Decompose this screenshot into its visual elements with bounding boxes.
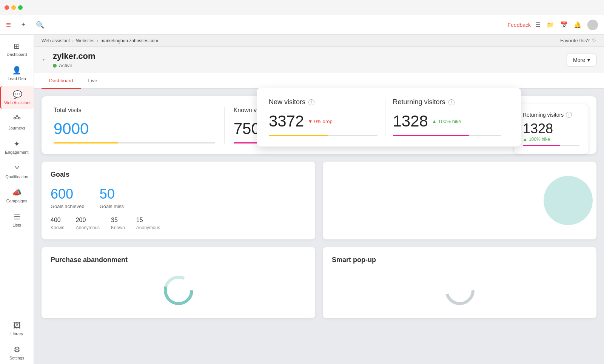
site-status: Active (53, 63, 96, 68)
returning-visitors-label: Returning visitors i (393, 98, 502, 106)
rv-change: 100% hike (523, 137, 579, 142)
nav-icons: ☰ 📁 📅 🔔 (535, 20, 598, 30)
breadcrumb-webassistant[interactable]: Web assistant (42, 38, 70, 43)
lists-icon: ☰ (14, 212, 20, 221)
folder-icon[interactable]: 📁 (547, 21, 554, 28)
chevron-down-icon: ▾ (587, 57, 590, 63)
floating-stats: New visitors i 3372 0% drop (269, 98, 509, 136)
rv-up-icon (523, 137, 527, 142)
more-button[interactable]: More ▾ (567, 54, 596, 66)
add-button[interactable]: + (18, 19, 29, 30)
returning-visitors-progress (393, 135, 502, 136)
tab-bar: Dashboard Live (34, 73, 604, 89)
status-label: Active (59, 63, 72, 68)
tab-live[interactable]: Live (81, 73, 105, 89)
feedback-link[interactable]: Feedback (508, 22, 531, 28)
sidebar: ⊞ Dashboard 👤 Lead Gen 💬 Web Assistant J… (0, 35, 34, 364)
site-title: zylker.com (53, 51, 96, 61)
engagement-icon: ✦ (14, 139, 20, 148)
sidebar-item-journeys[interactable]: Journeys (0, 110, 34, 134)
new-visitors-info-icon[interactable]: i (308, 99, 314, 105)
total-visits-value: 9000 (54, 120, 215, 138)
breadcrumb: Web assistant › Websites › marketinghub.… (34, 35, 604, 47)
visitors-chart-card (323, 162, 596, 239)
tab-dashboard[interactable]: Dashboard (42, 73, 81, 89)
minimize-button[interactable] (11, 5, 16, 10)
goals-card: Goals 600 Goals achieved 50 Goals miss (42, 162, 315, 239)
site-header: ← zylker.com Active More ▾ (34, 47, 604, 73)
rv-progress-fill (523, 145, 560, 146)
sidebar-item-qualification[interactable]: Qualification (0, 160, 34, 183)
library-icon: 🖼 (13, 321, 21, 330)
rv-info-icon[interactable]: i (566, 112, 572, 118)
dashboard-icon: ⊞ (14, 42, 20, 51)
total-visits-bar (54, 142, 118, 143)
sidebar-item-lists[interactable]: ☰ Lists (0, 208, 34, 231)
more-label: More (573, 57, 585, 63)
calendar-icon[interactable]: 📅 (560, 21, 568, 28)
returning-visitors-value: 1328 (393, 112, 428, 130)
breakdown-label: Anonymous (76, 225, 100, 230)
rv2-up-icon (432, 119, 437, 124)
sidebar-item-label: Dashboard (7, 52, 27, 57)
breakdown-15: 15 Anonymous (136, 217, 160, 230)
purchase-abandonment-chart (51, 271, 306, 309)
back-button[interactable]: ← (42, 56, 48, 64)
breakdown-200: 200 Anonymous (76, 217, 100, 230)
sidebar-item-dashboard[interactable]: ⊞ Dashboard (0, 38, 34, 60)
smart-popup-title: Smart pop-up (332, 256, 587, 264)
bottom-grid: Purchase abandonment Smart pop-up (42, 247, 596, 318)
qualification-icon (13, 163, 21, 173)
total-visits-progress (54, 142, 215, 143)
main-layout: ⊞ Dashboard 👤 Lead Gen 💬 Web Assistant J… (0, 35, 604, 364)
breakdown-400: 400 Known (51, 217, 65, 230)
sidebar-item-campaigns[interactable]: 📣 Campaigns (0, 184, 34, 207)
smart-popup-card: Smart pop-up (323, 247, 596, 318)
close-button[interactable] (5, 5, 9, 10)
user-avatar[interactable] (587, 20, 598, 30)
goals-title: Goals (51, 171, 306, 179)
new-visitors-progress (269, 135, 378, 136)
nv-progress-fill (269, 135, 328, 136)
maximize-button[interactable] (18, 5, 23, 10)
sidebar-item-label: Journeys (8, 126, 25, 130)
total-visits-label: Total visits (54, 107, 215, 114)
breadcrumb-current: marketinghub.zohosites.com (100, 38, 158, 43)
sidebar-item-library[interactable]: 🖼 Library (0, 318, 34, 340)
heart-icon: ♡ (592, 38, 596, 43)
top-nav: ≡ + 🔍 Feedback ☰ 📁 📅 🔔 (0, 15, 604, 35)
nv-down-icon (308, 119, 313, 124)
breadcrumb-websites[interactable]: Websites (76, 38, 94, 43)
rv2-info-icon[interactable]: i (448, 99, 455, 105)
sidebar-item-label: Lists (12, 223, 21, 227)
webassistant-icon: 💬 (13, 90, 22, 99)
sidebar-item-label: Web Assistant (4, 100, 31, 105)
search-button[interactable]: 🔍 (33, 19, 47, 31)
purchase-abandonment-card: Purchase abandonment (42, 247, 315, 318)
list-icon[interactable]: ☰ (535, 21, 541, 28)
goals-achieved: 600 Goals achieved (51, 186, 85, 209)
svg-point-1 (18, 117, 20, 119)
goals-breakdown: 400 Known 200 Anonymous 35 Known 15 (51, 217, 306, 230)
favorite-button[interactable]: Favorite this? ♡ (560, 38, 596, 43)
sidebar-item-settings[interactable]: ⚙ Settings (0, 341, 34, 364)
goals-missed-label: Goals miss (100, 204, 124, 209)
sidebar-item-webassistant[interactable]: 💬 Web Assistant (0, 86, 34, 109)
favorite-label: Favorite this? (560, 38, 590, 43)
svg-point-0 (14, 117, 15, 119)
goals-missed-value: 50 (100, 186, 124, 202)
rv2-progress-fill (393, 135, 469, 136)
new-visitors-label: New visitors i (269, 98, 378, 106)
rv-progress (523, 145, 579, 146)
app-logo: ≡ (6, 20, 11, 30)
rv-label: Returning visitors i (523, 112, 579, 118)
breakdown-label: Known (51, 225, 65, 230)
sidebar-item-engagement[interactable]: ✦ Engagement (0, 136, 34, 158)
new-visitors-change: 0% drop (308, 119, 332, 124)
goals-stats: 600 Goals achieved 50 Goals miss (51, 186, 306, 209)
leadgen-icon: 👤 (12, 66, 22, 75)
content-area: Web assistant › Websites › marketinghub.… (34, 35, 604, 364)
teal-circle-decoration (544, 176, 593, 225)
sidebar-item-leadgen[interactable]: 👤 Lead Gen (0, 62, 34, 85)
bell-icon[interactable]: 🔔 (574, 21, 581, 28)
